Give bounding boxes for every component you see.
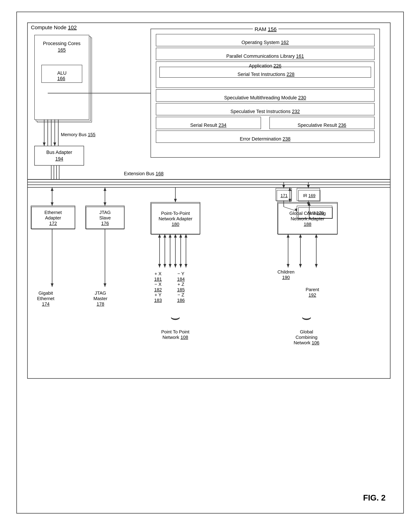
reg-171: 171 bbox=[277, 190, 292, 201]
svg-marker-68 bbox=[169, 234, 171, 238]
svg-marker-81 bbox=[287, 264, 289, 268]
svg-marker-44 bbox=[103, 188, 106, 191]
page: Compute Node 102 RAM 156 Operating Syste… bbox=[16, 12, 404, 514]
ptp-brace: ⌣ bbox=[151, 308, 200, 327]
alu-inner: ALU166 bbox=[43, 68, 81, 84]
svg-marker-77 bbox=[185, 234, 187, 238]
svg-marker-87 bbox=[315, 264, 318, 268]
svg-marker-43 bbox=[103, 202, 106, 206]
gigabit-ethernet-label: GigabitEthernet174 bbox=[37, 291, 54, 307]
svg-marker-41 bbox=[51, 188, 54, 191]
svg-marker-65 bbox=[163, 234, 166, 238]
svg-marker-84 bbox=[299, 264, 302, 268]
svg-marker-71 bbox=[174, 234, 177, 238]
svg-marker-72 bbox=[174, 264, 177, 268]
error-det: Error Determination 238 bbox=[157, 133, 373, 145]
parent-label: Parent192 bbox=[306, 287, 319, 298]
ethernet-adapter: EthernetAdapter172 bbox=[31, 207, 75, 229]
svg-marker-69 bbox=[169, 264, 171, 268]
ptp-adapter: Point-To-PointNetwork Adapter180 bbox=[151, 203, 200, 234]
py-label: + Y183 bbox=[154, 292, 162, 303]
ptp-network-label: Point To PointNetwork 108 bbox=[144, 329, 207, 340]
pcl-row: Parallel Communications Library 161 bbox=[157, 51, 373, 62]
memory-bus-label: Memory Bus 155 bbox=[61, 132, 96, 137]
gcn-brace: ⌣ bbox=[276, 308, 337, 327]
os-row: Operating System 162 bbox=[157, 37, 373, 48]
svg-marker-20 bbox=[43, 142, 46, 146]
compute-node-label: Compute Node 102 bbox=[31, 25, 77, 30]
svg-marker-21 bbox=[53, 142, 56, 146]
fig-label: FIG. 2 bbox=[363, 493, 386, 502]
svg-marker-91 bbox=[103, 283, 106, 287]
ir-169: IR 169 bbox=[298, 190, 320, 201]
svg-marker-83 bbox=[299, 234, 302, 238]
px-label: + X181 bbox=[154, 271, 162, 282]
svg-marker-74 bbox=[179, 234, 182, 238]
svg-marker-62 bbox=[158, 234, 161, 238]
svg-marker-50 bbox=[307, 185, 310, 188]
smm-row: Speculative Multithreading Module 230 bbox=[157, 92, 373, 103]
spec-ti-row: Speculative Test Instructions 232 bbox=[157, 106, 373, 117]
svg-marker-40 bbox=[51, 202, 54, 206]
nz-label: − Z186 bbox=[177, 292, 185, 303]
gcn-label: GlobalCombiningNetwork 106 bbox=[274, 329, 339, 346]
pz-label: + Z185 bbox=[177, 281, 185, 292]
svg-marker-78 bbox=[185, 264, 187, 268]
sti-row: Serial Test Instructions 228 bbox=[161, 69, 371, 79]
nx-label: − X182 bbox=[154, 281, 162, 292]
children-label: Children190 bbox=[278, 269, 295, 280]
diagram-svg bbox=[17, 12, 403, 513]
application-label: Application 226 bbox=[157, 63, 373, 69]
spec-result: Speculative Result 236 bbox=[271, 120, 373, 131]
svg-marker-75 bbox=[179, 264, 182, 268]
svg-marker-63 bbox=[158, 264, 161, 268]
ram-label: RAM 156 bbox=[253, 26, 278, 32]
svg-marker-86 bbox=[315, 234, 318, 238]
extension-bus-label: Extension Bus 168 bbox=[122, 171, 165, 177]
ny-label: − Y184 bbox=[177, 271, 185, 282]
svg-marker-66 bbox=[163, 264, 166, 268]
jtag-master-label: JTAGMaster178 bbox=[93, 291, 107, 307]
gcna: Global CombiningNetwork Adapter188 bbox=[278, 203, 337, 234]
svg-marker-80 bbox=[287, 234, 289, 238]
bus-adapter-label: Bus Adapter194 bbox=[36, 149, 83, 163]
processing-cores-label: Processing Cores165 bbox=[36, 40, 88, 54]
svg-marker-48 bbox=[282, 185, 285, 188]
svg-marker-89 bbox=[51, 283, 54, 287]
svg-marker-46 bbox=[174, 199, 177, 202]
serial-result: Serial Result 234 bbox=[157, 120, 260, 131]
jtag-slave: JTAGSlave176 bbox=[86, 207, 124, 229]
